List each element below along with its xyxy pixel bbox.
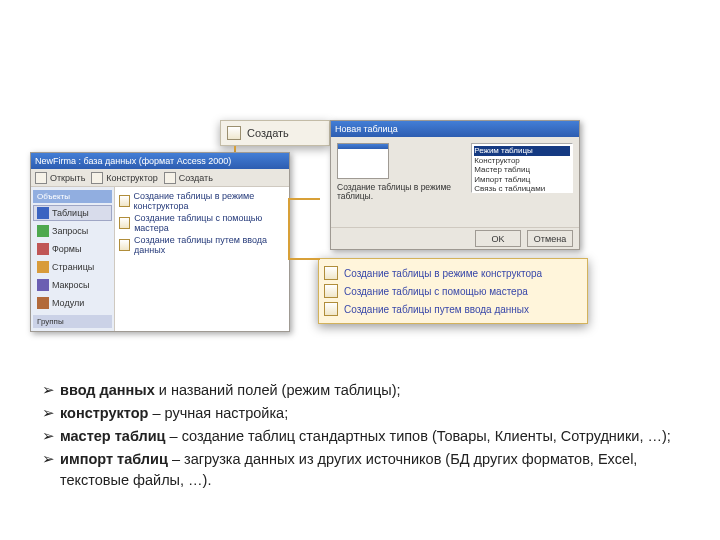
options-callout: Создание таблицы в режиме конструктора С… xyxy=(318,258,588,324)
open-button[interactable]: Открыть xyxy=(35,172,85,184)
bullet-item: импорт таблиц – загрузка данных из други… xyxy=(42,449,692,491)
bullet-list: ввод данных и названий полей (режим табл… xyxy=(42,378,692,493)
create-button[interactable]: Создать xyxy=(164,172,213,184)
sidebar-item-tables[interactable]: Таблицы xyxy=(33,205,112,221)
modules-icon xyxy=(37,297,49,309)
list-item[interactable]: Импорт таблиц xyxy=(474,175,570,185)
wizard-icon xyxy=(119,239,130,251)
database-window: NewFirma : база данных (формат Access 20… xyxy=(30,152,290,332)
create-icon xyxy=(164,172,176,184)
option-wizard[interactable]: Создание таблицы с помощью мастера xyxy=(119,213,285,233)
object-sidebar: Объекты Таблицы Запросы Формы Страницы М… xyxy=(31,187,115,331)
list-item[interactable]: Связь с таблицами xyxy=(474,184,570,194)
new-table-dialog: Новая таблица Создание таблицы в режиме … xyxy=(330,120,580,250)
sidebar-groups: Группы xyxy=(33,315,112,328)
cancel-button[interactable]: Отмена xyxy=(527,230,573,247)
list-item[interactable]: Мастер таблиц xyxy=(474,165,570,175)
bullet-item: конструктор – ручная настройка; xyxy=(42,403,692,424)
macros-icon xyxy=(37,279,49,291)
bullet-item: мастер таблиц – создание таблиц стандарт… xyxy=(42,426,692,447)
option-entry[interactable]: Создание таблицы путем ввода данных xyxy=(119,235,285,255)
screenshot-area: Создать NewFirma : база данных (формат A… xyxy=(30,120,590,360)
design-icon xyxy=(91,172,103,184)
slide-title: Создание таблиц xyxy=(0,32,720,74)
open-icon xyxy=(35,172,47,184)
sidebar-item-macros[interactable]: Макросы xyxy=(33,277,112,293)
create-label: Создать xyxy=(247,127,289,139)
window-titlebar: NewFirma : база данных (формат Access 20… xyxy=(31,153,289,169)
toolbar: Открыть Конструктор Создать xyxy=(31,169,289,187)
sidebar-item-queries[interactable]: Запросы xyxy=(33,223,112,239)
queries-icon xyxy=(37,225,49,237)
wizard-icon xyxy=(119,217,130,229)
sidebar-item-pages[interactable]: Страницы xyxy=(33,259,112,275)
dialog-titlebar: Новая таблица xyxy=(331,121,579,137)
window-title: NewFirma : база данных (формат Access 20… xyxy=(35,156,231,166)
wizard-icon xyxy=(324,284,338,298)
create-icon xyxy=(227,126,241,140)
list-item[interactable]: Конструктор xyxy=(474,156,570,166)
bullet-item: ввод данных и названий полей (режим табл… xyxy=(42,380,692,401)
design-button[interactable]: Конструктор xyxy=(91,172,157,184)
option-constructor[interactable]: Создание таблицы в режиме конструктора xyxy=(119,191,285,211)
wizard-icon xyxy=(324,266,338,280)
list-item[interactable]: Режим таблицы xyxy=(474,146,570,156)
wizard-icon xyxy=(119,195,130,207)
mode-list[interactable]: Режим таблицы Конструктор Мастер таблиц … xyxy=(471,143,573,193)
table-preview-icon xyxy=(337,143,389,179)
callout-row: Создание таблицы с помощью мастера xyxy=(324,282,582,300)
main-panel: Создание таблицы в режиме конструктора С… xyxy=(115,187,289,331)
wizard-icon xyxy=(324,302,338,316)
tables-icon xyxy=(37,207,49,219)
sidebar-header: Объекты xyxy=(33,190,112,203)
create-button-callout: Создать xyxy=(220,120,330,146)
forms-icon xyxy=(37,243,49,255)
dialog-title: Новая таблица xyxy=(335,124,398,134)
sidebar-item-modules[interactable]: Модули xyxy=(33,295,112,311)
sidebar-item-forms[interactable]: Формы xyxy=(33,241,112,257)
callout-row: Создание таблицы путем ввода данных xyxy=(324,300,582,318)
pages-icon xyxy=(37,261,49,273)
ok-button[interactable]: OK xyxy=(475,230,521,247)
dialog-desc: Создание таблицы в режиме таблицы. xyxy=(337,183,459,202)
callout-row: Создание таблицы в режиме конструктора xyxy=(324,264,582,282)
